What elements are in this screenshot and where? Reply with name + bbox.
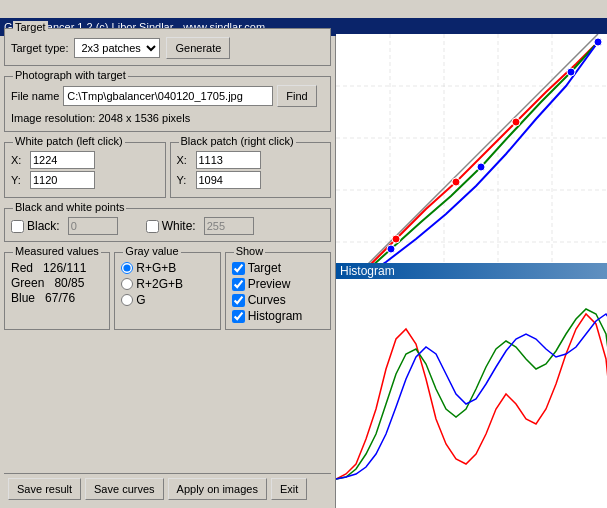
target-type-select[interactable]: 2x3 patches 4x6 patches Custom — [74, 38, 160, 58]
target-type-label: Target type: — [11, 42, 68, 54]
app-wrapper: Gray Balancer 1.2 (c) Libor Sindlar - ww… — [0, 18, 607, 508]
gray-value-section: R+G+B R+2G+B G — [121, 261, 213, 307]
show-histogram-label[interactable]: Histogram — [232, 309, 324, 323]
r2gb-radio-label[interactable]: R+2G+B — [121, 277, 213, 291]
white-checkbox[interactable] — [146, 220, 159, 233]
rgb-radio[interactable] — [121, 262, 133, 274]
show-target-checkbox[interactable] — [232, 262, 245, 275]
resolution-text: Image resolution: 2048 x 1536 pixels — [11, 112, 190, 124]
exit-button[interactable]: Exit — [271, 478, 307, 500]
photograph-legend: Photograph with target — [13, 69, 128, 81]
black-patch-x-row: X: — [177, 151, 325, 169]
green-row: Green 80/85 — [11, 276, 103, 290]
svg-point-12 — [452, 178, 460, 186]
rgb-option: R+G+B — [136, 261, 176, 275]
svg-point-11 — [392, 235, 400, 243]
bottom-sections: Measured values Red 126/111 Green 80/85 — [4, 246, 331, 330]
show-preview-checkbox[interactable] — [232, 278, 245, 291]
black-checkbox-label[interactable]: Black: — [11, 219, 60, 233]
find-button[interactable]: Find — [277, 85, 316, 107]
black-patch-y-input[interactable] — [196, 171, 261, 189]
gray-value-group: Gray value R+G+B R+2G+B G — [114, 252, 220, 330]
target-legend: Target — [13, 21, 48, 33]
svg-point-17 — [477, 163, 485, 171]
photograph-group: Photograph with target File name Find Im… — [4, 76, 331, 132]
black-label: Black: — [27, 219, 60, 233]
generate-button[interactable]: Generate — [166, 37, 230, 59]
g-radio-label[interactable]: G — [121, 293, 213, 307]
file-row: File name Find — [11, 85, 324, 107]
save-curves-button[interactable]: Save curves — [85, 478, 164, 500]
bwp-group: Black and white points Black: White: — [4, 208, 331, 242]
black-patch-x-input[interactable] — [196, 151, 261, 169]
svg-point-18 — [567, 68, 575, 76]
r2gb-option: R+2G+B — [136, 277, 183, 291]
show-histogram-text: Histogram — [248, 309, 303, 323]
show-curves-text: Curves — [248, 293, 286, 307]
show-group: Show Target Preview Curves — [225, 252, 331, 330]
curves-area[interactable] — [336, 34, 607, 263]
left-panel: Target Target type: 2x3 patches 4x6 patc… — [0, 18, 335, 508]
show-curves-checkbox[interactable] — [232, 294, 245, 307]
white-patch-y-row: Y: — [11, 171, 159, 189]
right-panel: Curves — [335, 18, 607, 508]
target-group: Target Target type: 2x3 patches 4x6 patc… — [4, 28, 331, 66]
svg-rect-0 — [336, 34, 607, 263]
r2gb-radio[interactable] — [121, 278, 133, 290]
show-target-text: Target — [248, 261, 281, 275]
g-radio[interactable] — [121, 294, 133, 306]
white-patch-y-input[interactable] — [30, 171, 95, 189]
white-patch-y-label: Y: — [11, 174, 26, 186]
show-curves-label[interactable]: Curves — [232, 293, 324, 307]
histogram-title-bar: Histogram — [336, 263, 607, 279]
measured-values-content: Red 126/111 Green 80/85 Blue 6 — [11, 261, 103, 305]
gray-value-legend: Gray value — [123, 245, 180, 257]
red-label: Red — [11, 261, 33, 275]
white-value-input — [204, 217, 254, 235]
show-preview-text: Preview — [248, 277, 291, 291]
file-path-input[interactable] — [63, 86, 273, 106]
svg-point-19 — [594, 38, 602, 46]
black-patch-group: Black patch (right click) X: Y: — [170, 142, 332, 198]
show-target-label[interactable]: Target — [232, 261, 324, 275]
black-checkbox[interactable] — [11, 220, 24, 233]
white-patch-legend: White patch (left click) — [13, 135, 125, 147]
red-value: 126/111 — [43, 261, 86, 275]
save-result-button[interactable]: Save result — [8, 478, 81, 500]
blue-label: Blue — [11, 291, 35, 305]
g-option: G — [136, 293, 145, 307]
svg-point-16 — [387, 245, 395, 253]
measured-values-group: Measured values Red 126/111 Green 80/85 — [4, 252, 110, 330]
rgb-radio-label[interactable]: R+G+B — [121, 261, 213, 275]
show-legend: Show — [234, 245, 266, 257]
show-preview-label[interactable]: Preview — [232, 277, 324, 291]
histogram-svg — [336, 279, 607, 487]
patches-row: White patch (left click) X: Y: Black pat… — [4, 136, 331, 198]
white-checkbox-label[interactable]: White: — [146, 219, 196, 233]
bwp-legend: Black and white points — [13, 201, 126, 213]
black-patch-x-label: X: — [177, 154, 192, 166]
curves-svg — [336, 34, 607, 263]
bwp-row: Black: White: — [11, 217, 324, 235]
black-patch-y-label: Y: — [177, 174, 192, 186]
measured-values-legend: Measured values — [13, 245, 101, 257]
white-label: White: — [162, 219, 196, 233]
white-patch-group: White patch (left click) X: Y: — [4, 142, 166, 198]
black-value-input — [68, 217, 118, 235]
svg-point-13 — [512, 118, 520, 126]
resolution-row: Image resolution: 2048 x 1536 pixels — [11, 111, 324, 125]
green-value: 80/85 — [54, 276, 84, 290]
black-patch-y-row: Y: — [177, 171, 325, 189]
blue-row: Blue 67/76 — [11, 291, 103, 305]
target-section: Target type: 2x3 patches 4x6 patches Cus… — [11, 37, 324, 59]
white-patch-x-label: X: — [11, 154, 26, 166]
apply-on-images-button[interactable]: Apply on images — [168, 478, 267, 500]
file-name-label: File name — [11, 90, 59, 102]
show-histogram-checkbox[interactable] — [232, 310, 245, 323]
green-label: Green — [11, 276, 44, 290]
red-row: Red 126/111 — [11, 261, 103, 275]
black-patch-legend: Black patch (right click) — [179, 135, 296, 147]
white-patch-x-input[interactable] — [30, 151, 95, 169]
blue-value: 67/76 — [45, 291, 75, 305]
white-patch-x-row: X: — [11, 151, 159, 169]
